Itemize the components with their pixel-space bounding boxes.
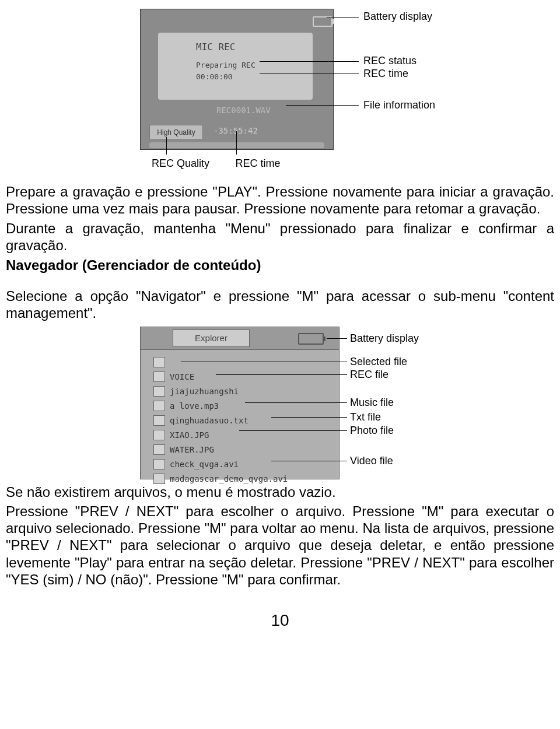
list-item: jiajuzhuangshi	[153, 384, 328, 399]
txt-file-icon	[153, 415, 165, 426]
rec-quality-box: High Quality	[149, 125, 203, 140]
callout-rec-time-2: REC time	[235, 157, 280, 170]
callout-file-info: File information	[363, 99, 435, 111]
callout-battery: Battery display	[363, 10, 432, 23]
rec-title: MIC REC	[196, 41, 235, 52]
list-item: check_qvga.avi	[153, 457, 328, 472]
callout-selected: Selected file	[350, 356, 407, 368]
folder-icon	[153, 357, 165, 367]
folder-icon	[153, 371, 165, 382]
callout-rec-quality: REC Quality	[152, 157, 209, 170]
paragraph-1: Prepare a gravação e pressione "PLAY". P…	[6, 183, 554, 218]
paragraph-3: Selecione a opção "Navigator" e pression…	[6, 288, 554, 322]
music-file-icon	[153, 401, 165, 411]
explorer-tab: Explorer	[173, 330, 250, 347]
list-item: WATER.JPG	[153, 443, 328, 457]
callout-rec-time: REC time	[363, 68, 408, 80]
figure-explorer-screen: Explorer VOICE jiajuzhuangshi a love.mp3…	[140, 327, 554, 481]
list-item: qinghuadasuo.txt	[153, 413, 328, 428]
folder-icon	[153, 386, 165, 397]
rec-status-text: Preparing REC	[196, 61, 256, 69]
callout-txt: Txt file	[350, 411, 381, 423]
device-screenshot: MIC REC Preparing REC 00:00:00 REC0001.W…	[140, 9, 334, 150]
video-file-icon	[153, 474, 165, 484]
list-item: madagascar_demo_qvga.avi	[153, 472, 328, 486]
paragraph-5: Pressione "PREV / NEXT" para escolher o …	[6, 503, 554, 588]
photo-file-icon	[153, 444, 165, 455]
explorer-screenshot: Explorer VOICE jiajuzhuangshi a love.mp3…	[140, 327, 340, 479]
photo-file-icon	[153, 430, 165, 440]
callout-music: Music file	[350, 397, 394, 409]
paragraph-2: Durante a gravação, mantenha "Menu" pres…	[6, 220, 554, 254]
page-number: 10	[6, 611, 554, 630]
callout-recfile: REC file	[350, 369, 388, 381]
callout-rec-status: REC status	[363, 55, 416, 67]
list-item	[153, 355, 328, 370]
callout-battery-2: Battery display	[350, 332, 419, 345]
progress-bar	[149, 142, 324, 148]
list-item: a love.mp3	[153, 399, 328, 413]
rec-time-text: 00:00:00	[196, 72, 233, 81]
section-heading: Navegador (Gerenciador de conteúdo)	[6, 257, 554, 274]
rec-remain-text: -35:55:42	[214, 126, 258, 135]
figure-rec-screen: MIC REC Preparing REC 00:00:00 REC0001.W…	[134, 6, 554, 181]
callout-video: Video file	[350, 455, 393, 467]
rec-file-text: REC0001.WAV	[216, 106, 271, 115]
battery-icon	[298, 333, 324, 345]
video-file-icon	[153, 459, 165, 469]
list-item: VOICE	[153, 370, 328, 384]
callout-photo: Photo file	[350, 425, 394, 437]
